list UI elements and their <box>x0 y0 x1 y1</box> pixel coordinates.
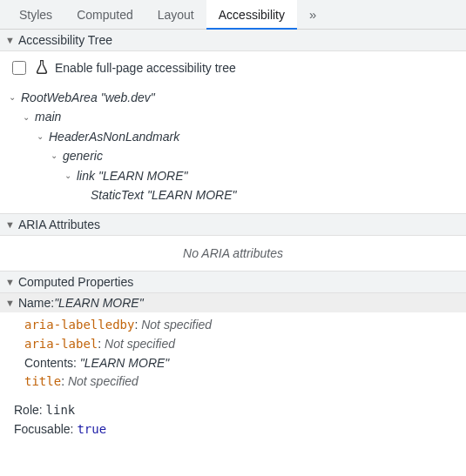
prop-aria-label: aria-label: Not specified <box>24 335 457 354</box>
section-header-computed[interactable]: ▼ Computed Properties <box>0 271 466 293</box>
tab-accessibility[interactable]: Accessibility <box>206 0 297 29</box>
prop-contents: Contents: "LEARN MORE" <box>24 354 457 373</box>
name-value: "LEARN MORE" <box>54 296 144 310</box>
tab-overflow[interactable]: » <box>297 0 328 29</box>
prop-title: title: Not specified <box>24 372 457 392</box>
enable-full-page-row: Enable full-page accessibility tree <box>0 51 466 84</box>
prop-aria-labelledby: aria-labelledby: Not specified <box>24 316 457 335</box>
caret-icon: ⌄ <box>9 91 17 104</box>
section-title: ARIA Attributes <box>18 218 100 231</box>
enable-label: Enable full-page accessibility tree <box>55 61 236 75</box>
devtools-tabs: Styles Computed Layout Accessibility » <box>0 0 466 30</box>
tab-styles[interactable]: Styles <box>7 0 64 29</box>
tree-node-statictext[interactable]: StaticText "LEARN MORE" <box>91 185 459 204</box>
collapse-icon: ▼ <box>5 219 15 230</box>
computed-other-props: Role: link Focusable: true <box>0 400 466 448</box>
collapse-icon: ▼ <box>5 298 15 308</box>
tree-node-main[interactable]: ⌄ main <box>23 107 459 126</box>
caret-icon: ⌄ <box>23 111 31 124</box>
caret-icon: ⌄ <box>37 130 45 144</box>
computed-name-row[interactable]: ▼ Name: "LEARN MORE" <box>0 293 466 312</box>
caret-icon: ⌄ <box>51 149 59 163</box>
section-title: Computed Properties <box>18 275 133 289</box>
tree-node-root[interactable]: ⌄ RootWebArea "web.dev" <box>9 88 459 107</box>
tree-node-link[interactable]: ⌄ link "LEARN MORE" <box>64 166 459 185</box>
accessibility-tree: ⌄ RootWebArea "web.dev" ⌄ main ⌄ HeaderA… <box>0 84 466 213</box>
aria-empty-message: No ARIA attributes <box>0 236 466 271</box>
prop-role: Role: link <box>14 400 457 419</box>
section-title: Accessibility Tree <box>18 33 112 47</box>
tab-computed[interactable]: Computed <box>64 0 145 29</box>
caret-icon: ⌄ <box>64 169 73 183</box>
tab-layout[interactable]: Layout <box>145 0 206 29</box>
tree-node-generic[interactable]: ⌄ generic <box>51 146 459 165</box>
name-label: Name: <box>18 296 54 310</box>
section-header-aria[interactable]: ▼ ARIA Attributes <box>0 213 466 236</box>
computed-name-sources: aria-labelledby: Not specified aria-labe… <box>0 312 466 400</box>
collapse-icon: ▼ <box>5 277 15 287</box>
enable-full-page-checkbox[interactable] <box>12 61 26 75</box>
collapse-icon: ▼ <box>5 35 15 45</box>
prop-focusable: Focusable: true <box>14 419 457 439</box>
experiment-icon <box>36 60 48 77</box>
section-header-tree[interactable]: ▼ Accessibility Tree <box>0 30 466 51</box>
tree-node-header[interactable]: ⌄ HeaderAsNonLandmark <box>37 127 459 146</box>
